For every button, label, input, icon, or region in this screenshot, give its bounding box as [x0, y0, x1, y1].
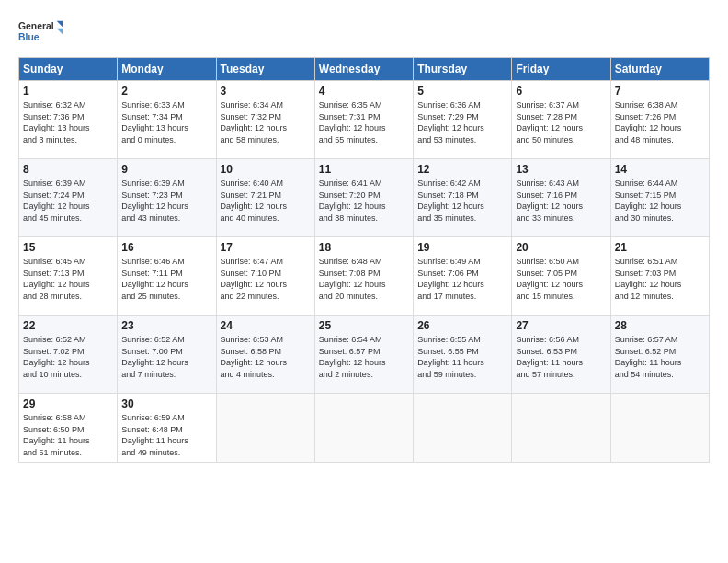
day-info: Sunrise: 6:48 AMSunset: 7:08 PMDaylight:… — [319, 257, 386, 301]
day-number: 29 — [23, 397, 113, 410]
day-number: 23 — [121, 319, 211, 332]
calendar-cell: 12Sunrise: 6:42 AMSunset: 7:18 PMDayligh… — [414, 159, 512, 237]
day-number: 19 — [417, 241, 507, 254]
day-info: Sunrise: 6:36 AMSunset: 7:29 PMDaylight:… — [417, 100, 484, 144]
calendar-cell: 24Sunrise: 6:53 AMSunset: 6:58 PMDayligh… — [216, 316, 314, 394]
calendar-body: 1Sunrise: 6:32 AMSunset: 7:36 PMDaylight… — [19, 81, 710, 463]
calendar-week-row: 29Sunrise: 6:58 AMSunset: 6:50 PMDayligh… — [19, 394, 710, 463]
calendar-cell: 4Sunrise: 6:35 AMSunset: 7:31 PMDaylight… — [314, 81, 413, 159]
calendar-cell: 2Sunrise: 6:33 AMSunset: 7:34 PMDaylight… — [118, 81, 216, 159]
day-info: Sunrise: 6:40 AMSunset: 7:21 PMDaylight:… — [221, 178, 288, 223]
day-number: 8 — [23, 163, 113, 176]
calendar-week-row: 15Sunrise: 6:45 AMSunset: 7:13 PMDayligh… — [19, 237, 710, 316]
day-info: Sunrise: 6:58 AMSunset: 6:50 PMDaylight:… — [23, 413, 90, 457]
weekday-header: Thursday — [414, 58, 512, 81]
day-info: Sunrise: 6:41 AMSunset: 7:20 PMDaylight:… — [319, 178, 386, 223]
day-number: 25 — [319, 319, 409, 332]
day-info: Sunrise: 6:37 AMSunset: 7:28 PMDaylight:… — [516, 100, 583, 144]
calendar-table: SundayMondayTuesdayWednesdayThursdayFrid… — [18, 57, 710, 463]
day-number: 1 — [23, 85, 113, 98]
calendar-cell: 25Sunrise: 6:54 AMSunset: 6:57 PMDayligh… — [314, 316, 413, 394]
day-info: Sunrise: 6:46 AMSunset: 7:11 PMDaylight:… — [121, 257, 188, 301]
day-number: 13 — [516, 163, 606, 176]
day-info: Sunrise: 6:57 AMSunset: 6:52 PMDaylight:… — [615, 335, 682, 379]
day-number: 15 — [23, 241, 113, 254]
calendar-cell: 14Sunrise: 6:44 AMSunset: 7:15 PMDayligh… — [610, 159, 709, 237]
calendar-cell: 7Sunrise: 6:38 AMSunset: 7:26 PMDaylight… — [610, 81, 709, 159]
weekday-header: Saturday — [610, 58, 709, 81]
day-number: 27 — [516, 319, 606, 332]
day-info: Sunrise: 6:49 AMSunset: 7:06 PMDaylight:… — [417, 257, 484, 301]
calendar-cell — [512, 394, 610, 463]
day-info: Sunrise: 6:56 AMSunset: 6:53 PMDaylight:… — [516, 335, 583, 379]
svg-text:Blue: Blue — [18, 32, 40, 42]
calendar-cell: 20Sunrise: 6:50 AMSunset: 7:05 PMDayligh… — [512, 237, 610, 316]
day-info: Sunrise: 6:50 AMSunset: 7:05 PMDaylight:… — [516, 257, 583, 301]
day-info: Sunrise: 6:44 AMSunset: 7:15 PMDaylight:… — [615, 178, 682, 223]
day-number: 12 — [417, 163, 507, 176]
svg-text:General: General — [18, 21, 54, 31]
weekday-header: Tuesday — [216, 58, 314, 81]
calendar-cell — [216, 394, 314, 463]
calendar-cell: 28Sunrise: 6:57 AMSunset: 6:52 PMDayligh… — [610, 316, 709, 394]
calendar-cell: 26Sunrise: 6:55 AMSunset: 6:55 PMDayligh… — [414, 316, 512, 394]
day-info: Sunrise: 6:32 AMSunset: 7:36 PMDaylight:… — [23, 100, 90, 144]
calendar-cell: 10Sunrise: 6:40 AMSunset: 7:21 PMDayligh… — [216, 159, 314, 237]
calendar-cell: 13Sunrise: 6:43 AMSunset: 7:16 PMDayligh… — [512, 159, 610, 237]
calendar-cell: 3Sunrise: 6:34 AMSunset: 7:32 PMDaylight… — [216, 81, 314, 159]
weekday-header: Sunday — [19, 58, 118, 81]
day-info: Sunrise: 6:55 AMSunset: 6:55 PMDaylight:… — [417, 335, 484, 379]
day-number: 5 — [417, 85, 507, 98]
calendar-cell: 9Sunrise: 6:39 AMSunset: 7:23 PMDaylight… — [118, 159, 216, 237]
day-number: 11 — [319, 163, 409, 176]
calendar-cell: 29Sunrise: 6:58 AMSunset: 6:50 PMDayligh… — [19, 394, 118, 463]
day-number: 26 — [417, 319, 507, 332]
calendar-cell: 22Sunrise: 6:52 AMSunset: 7:02 PMDayligh… — [19, 316, 118, 394]
calendar-week-row: 22Sunrise: 6:52 AMSunset: 7:02 PMDayligh… — [19, 316, 710, 394]
day-number: 7 — [615, 85, 705, 98]
day-info: Sunrise: 6:52 AMSunset: 7:00 PMDaylight:… — [121, 335, 188, 379]
day-number: 20 — [516, 241, 606, 254]
day-number: 21 — [615, 241, 705, 254]
day-info: Sunrise: 6:42 AMSunset: 7:18 PMDaylight:… — [417, 178, 484, 223]
svg-marker-2 — [57, 21, 63, 27]
calendar-cell: 11Sunrise: 6:41 AMSunset: 7:20 PMDayligh… — [314, 159, 413, 237]
day-number: 6 — [516, 85, 606, 98]
calendar-cell: 21Sunrise: 6:51 AMSunset: 7:03 PMDayligh… — [610, 237, 709, 316]
day-info: Sunrise: 6:52 AMSunset: 7:02 PMDaylight:… — [23, 335, 90, 379]
day-number: 28 — [615, 319, 705, 332]
weekday-header: Friday — [512, 58, 610, 81]
day-number: 4 — [319, 85, 409, 98]
day-info: Sunrise: 6:54 AMSunset: 6:57 PMDaylight:… — [319, 335, 386, 379]
day-number: 14 — [615, 163, 705, 176]
day-info: Sunrise: 6:43 AMSunset: 7:16 PMDaylight:… — [516, 178, 583, 223]
calendar-cell: 1Sunrise: 6:32 AMSunset: 7:36 PMDaylight… — [19, 81, 118, 159]
calendar-cell: 18Sunrise: 6:48 AMSunset: 7:08 PMDayligh… — [314, 237, 413, 316]
calendar-cell: 5Sunrise: 6:36 AMSunset: 7:29 PMDaylight… — [414, 81, 512, 159]
day-info: Sunrise: 6:45 AMSunset: 7:13 PMDaylight:… — [23, 257, 90, 301]
day-number: 30 — [121, 397, 211, 410]
day-number: 9 — [121, 163, 211, 176]
calendar-week-row: 8Sunrise: 6:39 AMSunset: 7:24 PMDaylight… — [19, 159, 710, 237]
calendar-cell: 27Sunrise: 6:56 AMSunset: 6:53 PMDayligh… — [512, 316, 610, 394]
calendar-week-row: 1Sunrise: 6:32 AMSunset: 7:36 PMDaylight… — [19, 81, 710, 159]
day-number: 2 — [121, 85, 211, 98]
logo-svg: General Blue — [18, 15, 63, 48]
day-info: Sunrise: 6:35 AMSunset: 7:31 PMDaylight:… — [319, 100, 386, 144]
weekday-header: Monday — [118, 58, 216, 81]
calendar-cell — [610, 394, 709, 463]
calendar-cell: 17Sunrise: 6:47 AMSunset: 7:10 PMDayligh… — [216, 237, 314, 316]
day-info: Sunrise: 6:53 AMSunset: 6:58 PMDaylight:… — [221, 335, 288, 379]
day-number: 18 — [319, 241, 409, 254]
calendar-cell: 23Sunrise: 6:52 AMSunset: 7:00 PMDayligh… — [118, 316, 216, 394]
day-number: 17 — [221, 241, 311, 254]
day-info: Sunrise: 6:47 AMSunset: 7:10 PMDaylight:… — [221, 257, 288, 301]
svg-marker-3 — [57, 29, 63, 34]
day-info: Sunrise: 6:39 AMSunset: 7:23 PMDaylight:… — [121, 178, 188, 223]
calendar-cell: 15Sunrise: 6:45 AMSunset: 7:13 PMDayligh… — [19, 237, 118, 316]
calendar-cell: 30Sunrise: 6:59 AMSunset: 6:48 PMDayligh… — [118, 394, 216, 463]
weekday-header: Wednesday — [314, 58, 413, 81]
calendar-cell: 6Sunrise: 6:37 AMSunset: 7:28 PMDaylight… — [512, 81, 610, 159]
calendar-cell: 8Sunrise: 6:39 AMSunset: 7:24 PMDaylight… — [19, 159, 118, 237]
day-number: 10 — [221, 163, 311, 176]
